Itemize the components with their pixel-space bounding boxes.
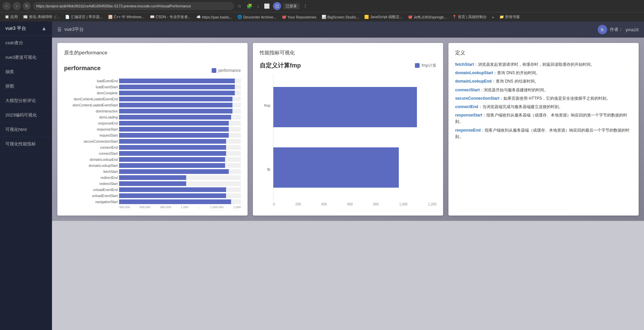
breadcrumb: ☰ vue3平台 xyxy=(57,27,84,33)
bookmark-10[interactable]: 🐙 JeffLi1993/springb... xyxy=(406,14,449,20)
hbar-fill xyxy=(119,127,229,132)
bookmark-2[interactable]: 📄 汇编语言 | 寄存器... xyxy=(63,14,105,20)
hbar-track xyxy=(119,151,241,156)
bookmark-5-icon: ☁️ xyxy=(196,15,201,19)
hbar-fill xyxy=(119,79,235,83)
definitions-list: fetchStart：浏览器发起资源请求时，有缓存时，则返回读取缓存的开始时间。… xyxy=(455,61,632,140)
definition-desc: ：浏览器开始与服务器建接时的时间。 xyxy=(480,88,548,92)
definition-term: responseStart xyxy=(455,113,482,117)
url-text: https://project-iprj649dc061b2ce4d610045… xyxy=(36,4,191,8)
panel2-legend: fmp计算 xyxy=(422,63,436,68)
hbar-label: connectEnd xyxy=(64,146,118,149)
definition-item: domainLookupEnd：查询 DNS 的结束时间。 xyxy=(455,78,632,85)
hbar-track xyxy=(119,85,241,89)
bookmark-7[interactable]: 🐙 Your Repositories xyxy=(280,14,318,20)
fmp-bar-fp xyxy=(273,147,436,188)
hbar-row: domainLookupStart xyxy=(64,163,241,168)
hbar-label: navigationStart xyxy=(64,200,118,204)
bookmark-6[interactable]: 🌐 Devcenter Archive... xyxy=(235,14,278,20)
hbar-fill xyxy=(119,103,232,107)
hbar-track xyxy=(119,199,241,204)
hbar-fill xyxy=(119,97,232,101)
bookmark-3[interactable]: 🪟 C++ 中 Windows... xyxy=(106,14,147,20)
bookmark-all[interactable]: 📁 所有书签 xyxy=(497,14,522,20)
hbar-row: domainLookupEnd xyxy=(64,157,241,162)
bookmark-apps[interactable]: 🔲 应用 xyxy=(3,14,20,20)
sidebar: vue3 平台 ▲ csdn查分 vue3赛道可视化 抽奖 拼图 大模型分析评论… xyxy=(0,21,52,330)
bookmark-4[interactable]: 📖 CSDN - 专业开发者... xyxy=(148,14,193,20)
hbar-label: loadEventStart xyxy=(64,85,118,89)
panel2-title: 性能指标可视化 xyxy=(260,50,436,56)
definition-term: connectStart xyxy=(455,88,480,92)
hbar-chart: loadEventEndloadEventStartdomCompletedom… xyxy=(64,79,241,204)
hbar-row: domComplete xyxy=(64,91,241,95)
extensions-button[interactable]: 🧩 xyxy=(245,3,254,9)
hbar-track xyxy=(119,103,241,107)
hbar-track xyxy=(119,193,241,198)
panel3-title: 定义 xyxy=(455,50,632,56)
url-bar[interactable]: https://project-iprj649dc061b2ce4d610045… xyxy=(33,2,234,10)
sidebar-item-puzzle[interactable]: 拼图 xyxy=(0,79,52,94)
hbar-row: requestStart xyxy=(64,133,241,138)
sidebar-item-lottery[interactable]: 抽奖 xyxy=(0,65,52,79)
reload-button[interactable]: ↻ xyxy=(23,2,31,10)
bookmark-1-icon: 📰 xyxy=(23,15,28,19)
menu-button[interactable]: ⋮ xyxy=(302,3,309,9)
hbar-track xyxy=(119,187,241,192)
hbar-track xyxy=(119,79,241,83)
hbar-track xyxy=(119,109,241,113)
panel1-legend: performance xyxy=(218,68,241,73)
fmp-chart: fmp fp xyxy=(260,74,436,201)
hbar-row: unloadEventStart xyxy=(64,193,241,198)
hbar-track xyxy=(119,163,241,168)
sidebar-item-perf[interactable]: 可视化性能指标 xyxy=(0,137,52,151)
hbar-label: connectStart xyxy=(64,152,118,155)
bookmark-button[interactable]: ☆ xyxy=(236,3,243,9)
definition-term: domainLookupEnd xyxy=(455,79,492,84)
main-content: ☰ vue3平台 头 作者： yma16 原生的performance perf… xyxy=(52,21,644,330)
hbar-label: responseStart xyxy=(64,128,118,131)
bookmark-8[interactable]: 📊 BigScreen Studio... xyxy=(320,14,361,20)
back-button[interactable]: ‹ xyxy=(3,2,11,10)
sidebar-item-vue3[interactable]: vue3赛道可视化 xyxy=(0,50,52,65)
window-button[interactable]: ⬜ xyxy=(263,3,271,9)
hbar-label: domLoading xyxy=(64,115,118,119)
definition-term: responseEnd xyxy=(455,128,481,133)
hbar-label: secureConnectionStart xyxy=(64,140,118,143)
apps-icon: 🔲 xyxy=(5,15,9,19)
sidebar-toggle[interactable]: ▲ xyxy=(41,26,47,32)
hbar-row: connectStart xyxy=(64,151,241,156)
hbar-fill xyxy=(119,157,225,162)
sidebar-item-csdn[interactable]: csdn查分 xyxy=(0,36,52,50)
forward-button[interactable]: › xyxy=(13,2,21,10)
hbar-track xyxy=(119,175,241,180)
panel1-chart-title: performance xyxy=(64,65,101,72)
bookmark-9[interactable]: 🟨 JavaScript 函数定... xyxy=(362,14,405,20)
sidebar-item-2023[interactable]: 2023编码可视化 xyxy=(0,108,52,123)
profile-button[interactable]: 已 xyxy=(273,2,281,10)
bookmark-11[interactable]: 📍 首页 | 高德控制台 xyxy=(450,14,489,20)
hbar-row: unloadEventEnd xyxy=(64,187,241,192)
bookmark-1[interactable]: 📰 资讯-养殖哔哔（'... xyxy=(21,14,62,20)
signed-in-label[interactable]: 已登录 xyxy=(283,3,300,9)
hbar-row: responseEnd xyxy=(64,121,241,126)
definition-item: responseEnd：指客户端收到从服务器端（或缓存、本地资源）响应回的最后一… xyxy=(455,127,632,140)
bookmark-more[interactable]: » xyxy=(490,14,496,20)
sidebar-item-html[interactable]: 可视化html xyxy=(0,123,52,137)
bookmark-11-icon: 📍 xyxy=(452,15,457,19)
top-bar: ☰ vue3平台 头 作者： yma16 xyxy=(52,21,644,38)
sidebar-title: vue3 平台 xyxy=(5,26,26,32)
bookmark-5[interactable]: ☁️ https://pan.baidu... xyxy=(194,14,234,20)
definition-desc: ：指客户端收到从服务器端（或缓存、本地资源）响应回的最后一个字节的数据的时刻。 xyxy=(455,128,630,139)
hbar-row: redirectStart xyxy=(64,181,241,186)
hbar-container: performance performance loadEventEndload… xyxy=(64,61,241,209)
hbar-fill xyxy=(119,187,226,192)
avatar: 头 xyxy=(598,25,607,34)
hbar-label: loadEventEnd xyxy=(64,79,118,83)
hbar-row: domLoading xyxy=(64,115,241,120)
hbar-track xyxy=(119,127,241,132)
download-button[interactable]: ↓ xyxy=(256,3,261,9)
sidebar-item-llm[interactable]: 大模型分析评论 xyxy=(0,94,52,108)
hbar-fill xyxy=(119,175,186,180)
fmp-label-fp: fp xyxy=(267,167,270,171)
